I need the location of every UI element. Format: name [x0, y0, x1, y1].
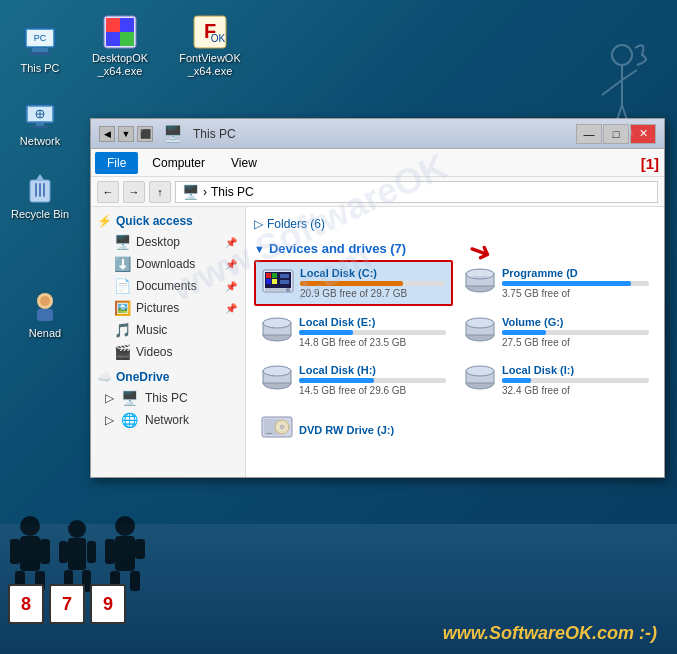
svg-rect-24	[120, 32, 134, 46]
title-bar-icon-2[interactable]: ▼	[118, 126, 134, 142]
bottom-deco: 8 7 9 www.SoftwareOK.com :-)	[0, 524, 677, 654]
quick-access-expand-icon: ⚡	[97, 214, 112, 228]
drive-prog-name: Programme (D	[502, 267, 649, 279]
svg-marker-12	[36, 174, 44, 180]
drive-c-info: Local Disk (C:) 20.9 GB free of 29.7 GB	[300, 267, 445, 299]
pin-icon-documents: 📌	[225, 281, 237, 292]
drive-item-j[interactable]: DVD RW Drive (J:)	[254, 406, 453, 454]
network-icon	[22, 97, 58, 133]
silhouette-2	[55, 519, 100, 594]
folders-section-header[interactable]: ▷ Folders (6)	[254, 215, 656, 233]
maximize-button[interactable]: □	[603, 124, 629, 144]
desktop-icon-recycle-bin[interactable]: Recycle Bin	[5, 166, 75, 225]
drive-item-h[interactable]: Local Disk (H:) 14.5 GB free of 29.6 GB	[254, 358, 453, 402]
drive-item-c[interactable]: Local Disk (C:) 20.9 GB free of 29.7 GB	[254, 260, 453, 306]
sidebar-quick-access-header[interactable]: ⚡ Quick access	[91, 211, 245, 231]
desktop-icon-nenad[interactable]: Nenad	[10, 285, 80, 344]
svg-point-58	[281, 426, 283, 428]
sidebar-network-expand: ▷	[105, 413, 114, 427]
address-path[interactable]: 🖥️ › This PC	[175, 181, 658, 203]
folders-label: Folders (6)	[267, 217, 325, 231]
sidebar-this-pc-icon: 🖥️	[121, 390, 138, 406]
desktop-icon-fontview[interactable]: F OK FontViewOK_x64.exe	[175, 10, 245, 82]
close-button[interactable]: ✕	[630, 124, 656, 144]
drives-expand-icon: ▼	[254, 243, 265, 255]
desktop-icon-desktopok[interactable]: DesktopOK_x64.exe	[85, 10, 155, 82]
explorer-title-bar: ◀ ▼ ⬛ 🖥️ This PC — □ ✕	[91, 119, 664, 149]
sidebar-network-header[interactable]: ▷ 🌐 Network	[91, 409, 245, 431]
badge-9: 9	[90, 584, 126, 624]
pin-icon-downloads: 📌	[225, 259, 237, 270]
sidebar-this-pc-header[interactable]: ▷ 🖥️ This PC	[91, 387, 245, 409]
breadcrumb-icon: 🖥️	[182, 184, 199, 200]
menu-item-view[interactable]: View	[219, 152, 269, 174]
up-button[interactable]: ↑	[149, 181, 171, 203]
explorer-main-content: ⚡ Quick access 🖥️ Desktop 📌 ⬇️ Downloads…	[91, 207, 664, 477]
sidebar-onedrive-header[interactable]: ☁️ OneDrive	[91, 367, 245, 387]
forward-button[interactable]: →	[123, 181, 145, 203]
svg-rect-70	[10, 539, 20, 564]
menu-item-computer[interactable]: Computer	[140, 152, 217, 174]
svg-point-37	[286, 288, 290, 292]
svg-point-40	[466, 269, 494, 279]
sidebar-item-music[interactable]: 🎵 Music	[91, 319, 245, 341]
desktop-icons-left: PC This PC Network	[0, 0, 80, 226]
drive-i-icon	[464, 363, 496, 397]
bottom-watermark-text: www.SoftwareOK.com :-)	[443, 623, 657, 644]
drive-item-prog[interactable]: Programme (D 3.75 GB free of	[457, 260, 656, 306]
sidebar-item-documents[interactable]: 📄 Documents 📌	[91, 275, 245, 297]
back-button[interactable]: ←	[97, 181, 119, 203]
file-panel: ▷ Folders (6) ▼ Devices and drives (7)	[246, 207, 664, 477]
svg-line-62	[602, 80, 622, 95]
menu-item-file[interactable]: File	[95, 152, 138, 174]
drive-item-i[interactable]: Local Disk (I:) 32.4 GB free of	[457, 358, 656, 402]
svg-point-50	[263, 366, 291, 376]
silhouette-1	[5, 514, 55, 594]
drive-e-icon	[261, 315, 293, 349]
svg-rect-2	[29, 52, 51, 55]
silhouette-group	[5, 514, 150, 594]
drive-item-e[interactable]: Local Disk (E:) 14.8 GB free of 23.5 GB	[254, 310, 453, 354]
svg-rect-59	[266, 433, 272, 434]
recycle-bin-icon	[22, 170, 58, 206]
sidebar-item-downloads[interactable]: ⬇️ Downloads 📌	[91, 253, 245, 275]
desktopok-label: DesktopOK_x64.exe	[89, 52, 151, 78]
drive-prog-icon	[464, 266, 496, 300]
svg-text:PC: PC	[34, 33, 47, 43]
svg-rect-10	[36, 123, 44, 126]
desktop-icon-this-pc[interactable]: PC This PC	[5, 20, 75, 79]
fontview-icon: F OK	[192, 14, 228, 50]
sidebar-item-pictures[interactable]: 🖼️ Pictures 📌	[91, 297, 245, 319]
drive-h-info: Local Disk (H:) 14.5 GB free of 29.6 GB	[299, 364, 446, 396]
title-bar-icon-1[interactable]: ◀	[99, 126, 115, 142]
badge-7: 7	[49, 584, 85, 624]
music-sidebar-icon: 🎵	[113, 322, 131, 338]
address-bar: ← → ↑ 🖥️ › This PC	[91, 177, 664, 207]
svg-rect-77	[87, 541, 96, 563]
drive-c-icon	[262, 266, 294, 300]
svg-point-19	[40, 296, 50, 306]
title-bar-icon-3[interactable]: ⬛	[137, 126, 153, 142]
svg-rect-83	[135, 539, 145, 559]
svg-rect-22	[120, 18, 134, 32]
svg-line-63	[622, 70, 637, 80]
nenad-label: Nenad	[29, 327, 61, 340]
explorer-window-icon: 🖥️	[163, 124, 183, 143]
desktop-icons-top: DesktopOK_x64.exe F OK FontViewOK_x64.ex…	[85, 10, 245, 82]
sidebar-downloads-label: Downloads	[136, 257, 195, 271]
pictures-sidebar-icon: 🖼️	[113, 300, 131, 316]
desktop-icon-network[interactable]: Network	[5, 93, 75, 152]
pin-icon-desktop: 📌	[225, 237, 237, 248]
drive-e-free: 14.8 GB free of 23.5 GB	[299, 337, 446, 348]
svg-rect-1	[32, 48, 48, 52]
number-badges: 8 7 9	[8, 584, 126, 624]
drive-h-free: 14.5 GB free of 29.6 GB	[299, 385, 446, 396]
sidebar-item-videos[interactable]: 🎬 Videos	[91, 341, 245, 363]
sidebar-item-desktop[interactable]: 🖥️ Desktop 📌	[91, 231, 245, 253]
menu-bar: File Computer View	[91, 149, 664, 177]
svg-rect-35	[280, 274, 289, 278]
minimize-button[interactable]: —	[576, 124, 602, 144]
drive-item-g[interactable]: Volume (G:) 27.5 GB free of	[457, 310, 656, 354]
drive-e-info: Local Disk (E:) 14.8 GB free of 23.5 GB	[299, 316, 446, 348]
sidebar-desktop-label: Desktop	[136, 235, 180, 249]
